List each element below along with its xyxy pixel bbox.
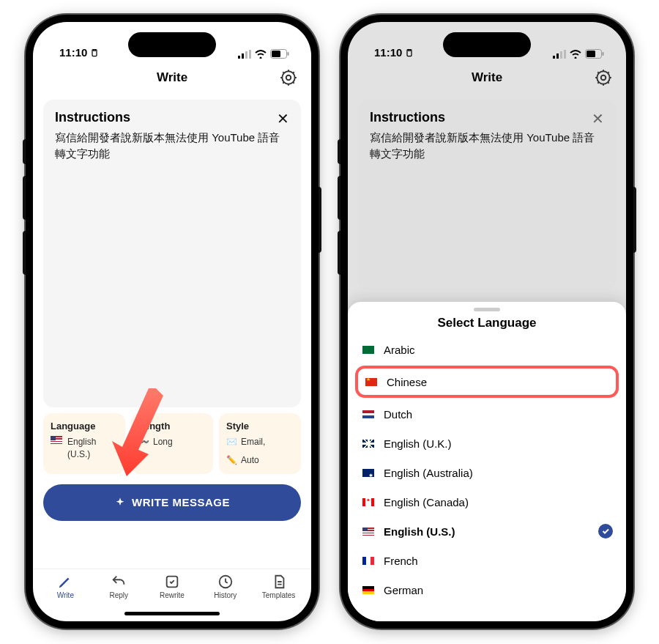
tab-write[interactable]: Write [39,574,92,621]
svg-rect-4 [249,50,251,59]
flag-icon [362,346,374,354]
status-time: 11:10 [374,46,402,59]
language-label: English (U.S.) [384,525,455,538]
flag-icon [362,469,374,477]
language-item-german[interactable]: German [348,575,626,604]
sheet-grabber[interactable] [474,308,500,311]
flag-icon [362,557,374,565]
svg-point-9 [282,71,294,84]
home-indicator[interactable] [124,612,220,615]
close-instructions-button[interactable]: ✕ [277,110,289,127]
gear-icon [279,68,298,87]
language-item-english-u-k-[interactable]: English (U.K.) [348,429,626,458]
settings-button[interactable] [279,68,298,87]
settings-button[interactable] [594,68,613,87]
status-time: 11:10 [59,46,87,59]
flag-icon [362,528,374,536]
language-item-english-u-s-[interactable]: English (U.S.) [348,517,626,546]
flag-icon [362,586,374,594]
flag-icon [362,440,374,448]
clock-icon [217,574,234,590]
language-label: German [384,584,423,596]
svg-rect-1 [238,56,240,59]
language-label: Dutch [384,408,412,421]
language-item-arabic[interactable]: Arabic [348,335,626,364]
rewrite-icon [164,574,180,590]
dynamic-island [443,32,531,57]
option-language-value: English (U.S.) [67,436,118,461]
clipboard-icon [90,48,99,57]
instructions-heading: Instructions [370,110,604,125]
option-language-label: Language [51,421,118,432]
screen-language-select: 11:10 Write Instructions ✕ 寫信給開發者說新版本無法使… [348,22,626,621]
wavy-icon: 〰️ [138,436,150,448]
instructions-heading: Instructions [55,110,289,125]
language-label: English (Canada) [384,496,469,508]
tab-label: Write [57,591,74,599]
phone-left: 11:10 Write Instructions ✕ 寫信給開發者說新版本無法使… [26,15,319,629]
write-message-label: WRITE MESSAGE [132,496,230,508]
write-message-button[interactable]: WRITE MESSAGE [43,484,301,521]
nav-title: Write [472,70,502,85]
option-style-value1: Email, [241,436,265,448]
instructions-card-dimmed: Instructions ✕ 寫信給開發者說新版本無法使用 YouTube 語音… [358,100,616,290]
close-instructions-button[interactable]: ✕ [592,110,604,127]
tab-label: Templates [262,591,296,599]
svg-rect-16 [564,50,566,59]
svg-rect-13 [553,56,555,59]
pencil-icon [57,574,73,590]
option-language[interactable]: Language English (U.S.) [43,413,125,474]
reply-icon [111,574,127,590]
language-sheet: Select Language ArabicChineseDutchEnglis… [348,302,626,621]
svg-rect-3 [245,51,247,59]
language-item-english-canada-[interactable]: English (Canada) [348,487,626,517]
signal-icon [238,50,251,59]
phone-right: 11:10 Write Instructions ✕ 寫信給開發者說新版本無法使… [340,15,633,629]
doc-icon [271,574,287,590]
svg-rect-15 [560,51,562,59]
tab-label: Reply [109,591,128,599]
battery-icon [270,49,289,59]
svg-point-8 [286,75,291,81]
wifi-icon [255,50,267,59]
svg-rect-6 [272,51,280,57]
language-list[interactable]: ArabicChineseDutchEnglish (U.K.)English … [348,335,626,604]
signal-icon [553,50,566,59]
language-item-english-australia-[interactable]: English (Australia) [348,458,626,487]
svg-rect-14 [556,53,559,59]
language-item-french[interactable]: French [348,546,626,575]
dynamic-island [128,32,216,57]
tab-templates[interactable]: Templates [252,574,305,621]
instructions-card[interactable]: Instructions ✕ 寫信給開發者說新版本無法使用 YouTube 語音… [43,100,301,407]
language-label: Chinese [387,376,427,388]
status-right [553,49,604,59]
option-length-label: Length [138,421,206,432]
screen-write: 11:10 Write Instructions ✕ 寫信給開發者說新版本無法使… [33,22,311,621]
language-item-dutch[interactable]: Dutch [348,399,626,429]
navbar: Write [348,62,626,94]
svg-rect-18 [587,51,595,57]
svg-rect-7 [288,52,289,56]
flag-icon [362,498,374,506]
gear-icon [594,68,613,87]
options-row: Language English (U.S.) Length 〰️Long St… [43,413,301,474]
svg-rect-2 [242,53,244,59]
envelope-icon: ✉️ [226,436,238,448]
language-label: English (Australia) [384,467,473,479]
language-label: Arabic [384,344,415,356]
language-item-chinese[interactable]: Chinese [355,366,619,398]
flag-icon [365,378,377,386]
navbar: Write [33,62,311,94]
nav-title: Write [157,70,187,85]
status-right [238,49,289,59]
option-style[interactable]: Style ✉️Email, ✏️Auto [219,413,301,474]
svg-point-20 [601,75,606,81]
sheet-title: Select Language [348,316,626,330]
flag-us-icon [51,436,62,444]
pencil-icon: ✏️ [226,454,238,467]
option-length[interactable]: Length 〰️Long [131,413,213,474]
option-style-value2: Auto [241,454,259,467]
tab-label: Rewrite [160,591,185,599]
instructions-body: 寫信給開發者說新版本無法使用 YouTube 語音轉文字功能 [55,130,289,162]
flag-icon [362,410,374,418]
